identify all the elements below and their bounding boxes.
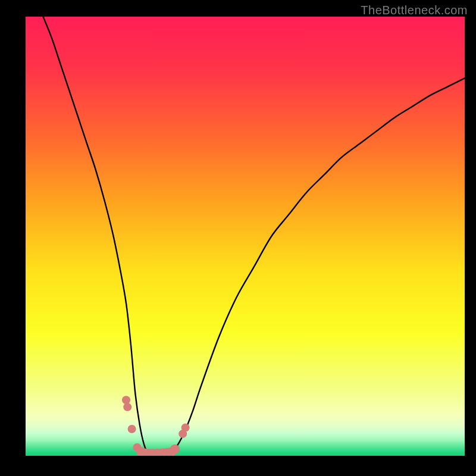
watermark-text: TheBottleneck.com xyxy=(361,4,468,17)
data-point xyxy=(181,424,190,432)
chart-frame: TheBottleneck.com xyxy=(0,0,476,476)
plot-area xyxy=(26,17,465,456)
gradient-background xyxy=(26,17,465,456)
data-point xyxy=(123,403,131,411)
data-point xyxy=(122,396,130,404)
data-point xyxy=(170,444,180,454)
data-point xyxy=(128,425,136,433)
bottleneck-chart xyxy=(26,17,465,456)
